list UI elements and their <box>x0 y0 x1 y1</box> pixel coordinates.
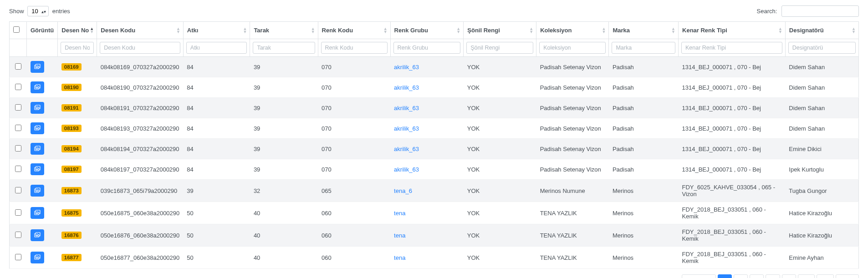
cell-desenkodu: 084k08197_070327a2000290 <box>97 159 184 180</box>
cell-atki: 39 <box>183 180 250 202</box>
row-checkbox[interactable] <box>15 166 21 172</box>
svg-point-14 <box>37 147 38 148</box>
col-header-atki[interactable]: Atkı▲▼ <box>183 22 250 39</box>
filter-sonilrengi[interactable] <box>466 42 533 54</box>
image-button[interactable] <box>31 61 44 73</box>
renk-grubu-link[interactable]: akrilik_63 <box>394 166 419 173</box>
desen-no-badge[interactable]: 16875 <box>61 209 82 217</box>
col-header-desenkodu[interactable]: Desen Kodu▲▼ <box>97 22 184 39</box>
col-header-marka[interactable]: Marka▲▼ <box>609 22 679 39</box>
cell-tarak: 39 <box>250 118 318 139</box>
cell-kenar: 1314_BEJ_000071 , 070 - Bej <box>679 139 786 159</box>
row-checkbox[interactable] <box>15 84 21 90</box>
images-icon <box>34 232 41 239</box>
filter-kenarrenktipi[interactable] <box>681 42 782 54</box>
desen-no-badge[interactable]: 08197 <box>61 166 82 173</box>
search-input[interactable] <box>781 5 859 17</box>
col-header-designatoru[interactable]: Designatörü▲▼ <box>785 22 858 39</box>
col-header-renkgrubu[interactable]: Renk Grubu▲▼ <box>390 22 464 39</box>
page-next[interactable]: Next <box>836 274 859 278</box>
cell-renkgrubu: akrilik_63 <box>390 159 464 180</box>
page-previous[interactable]: Previous <box>682 274 716 278</box>
cell-koleksiyon: TENA YAZLIK <box>536 202 609 224</box>
image-button[interactable] <box>31 229 44 241</box>
desen-no-badge[interactable]: 16877 <box>61 254 82 261</box>
page-1[interactable]: 1 <box>718 274 732 278</box>
row-checkbox[interactable] <box>15 209 21 216</box>
row-checkbox[interactable] <box>15 104 21 111</box>
cell-design: Ipek Kurtoglu <box>785 159 858 180</box>
renk-grubu-link[interactable]: akrilik_63 <box>394 125 419 132</box>
image-button[interactable] <box>31 185 44 197</box>
cell-kenar: 1314_BEJ_000071 , 070 - Bej <box>679 159 786 180</box>
filter-designatoru[interactable] <box>788 42 856 54</box>
table-row: 08190084k08190_070327a20002908439070akri… <box>10 77 859 98</box>
filter-atki[interactable] <box>186 42 247 54</box>
filter-koleksiyon[interactable] <box>539 42 606 54</box>
col-header-sonilrengi[interactable]: Şönil Rengi▲▼ <box>464 22 536 39</box>
col-header-label: Renk Grubu <box>394 27 428 34</box>
page-2[interactable]: 2 <box>734 274 748 278</box>
filter-desenno[interactable] <box>61 42 94 54</box>
renk-grubu-link[interactable]: akrilik_63 <box>394 105 419 111</box>
renk-grubu-link[interactable]: tena_6 <box>394 187 412 194</box>
sort-icon: ▲▼ <box>383 27 388 34</box>
cell-desenkodu: 084k08191_070327a2000290 <box>97 98 184 118</box>
col-header-renkkodu[interactable]: Renk Kodu▲▼ <box>318 22 390 39</box>
cell-desenkodu: 084k08190_070327a2000290 <box>97 77 184 98</box>
cell-kenar: 1314_BEJ_000071 , 070 - Bej <box>679 118 786 139</box>
cell-desenkodu: 050e16876_060e38a2000290 <box>97 224 184 247</box>
filter-desenkodu[interactable] <box>100 42 180 54</box>
desen-no-badge[interactable]: 08190 <box>61 84 82 91</box>
image-button[interactable] <box>31 207 44 219</box>
filter-tarak[interactable] <box>253 42 315 54</box>
row-checkbox[interactable] <box>15 254 21 260</box>
select-all-checkbox[interactable] <box>13 26 20 33</box>
image-button[interactable] <box>31 102 44 114</box>
row-checkbox[interactable] <box>15 187 21 193</box>
filter-renkkodu[interactable] <box>321 42 388 54</box>
col-header-label: Şönil Rengi <box>467 27 500 34</box>
page-5[interactable]: 5 <box>782 274 796 278</box>
desen-no-badge[interactable]: 08191 <box>61 104 82 111</box>
row-checkbox[interactable] <box>15 232 21 238</box>
image-button[interactable] <box>31 81 44 93</box>
filter-renkgrubu[interactable] <box>393 42 461 54</box>
col-header-kenarrenktipi[interactable]: Kenar Renk Tipi▲▼ <box>679 22 786 39</box>
image-button[interactable] <box>31 163 44 175</box>
col-header-tarak[interactable]: Tarak▲▼ <box>250 22 318 39</box>
row-checkbox[interactable] <box>15 125 21 131</box>
cell-tarak: 32 <box>250 180 318 202</box>
image-button[interactable] <box>31 122 44 134</box>
page-14[interactable]: 14 <box>817 274 834 278</box>
image-button[interactable] <box>31 252 44 263</box>
filter-marka[interactable] <box>612 42 675 54</box>
renk-grubu-link[interactable]: akrilik_63 <box>394 146 419 152</box>
desen-no-badge[interactable]: 08193 <box>61 125 82 132</box>
desen-no-badge[interactable]: 08194 <box>61 145 82 152</box>
col-header-desenno[interactable]: Desen No▲▼ <box>58 22 97 39</box>
image-button[interactable] <box>31 143 44 155</box>
cell-sonil: YOK <box>464 139 536 159</box>
page-3[interactable]: 3 <box>750 274 764 278</box>
cell-marka: Padisah <box>609 57 679 77</box>
page-4[interactable]: 4 <box>766 274 780 278</box>
renk-grubu-link[interactable]: tena <box>394 232 405 239</box>
cell-design: Didem Sahan <box>785 57 858 77</box>
renk-grubu-link[interactable]: tena <box>394 210 405 217</box>
col-header-label: Görüntü <box>31 27 54 34</box>
desen-no-badge[interactable]: 16876 <box>61 232 82 239</box>
col-header-goruntu[interactable]: Görüntü <box>27 22 58 39</box>
desen-no-badge[interactable]: 16873 <box>61 187 82 194</box>
entries-select[interactable]: 10 <box>27 6 49 16</box>
row-checkbox[interactable] <box>15 145 21 152</box>
renk-grubu-link[interactable]: tena <box>394 254 405 261</box>
cell-tarak: 40 <box>250 224 318 247</box>
cell-renkgrubu: akrilik_63 <box>390 77 464 98</box>
row-checkbox[interactable] <box>15 63 21 70</box>
renk-grubu-link[interactable]: akrilik_63 <box>394 84 419 91</box>
col-header-koleksiyon[interactable]: Koleksiyon▲▼ <box>536 22 609 39</box>
desen-no-badge[interactable]: 08169 <box>61 63 82 71</box>
renk-grubu-link[interactable]: akrilik_63 <box>394 64 419 71</box>
length-control: Show 10 ▴▾ entries <box>9 6 70 16</box>
